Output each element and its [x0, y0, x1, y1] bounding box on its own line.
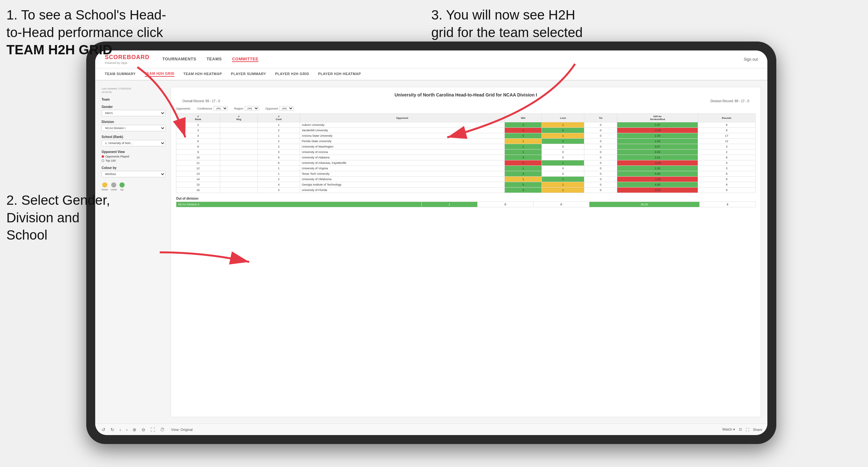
fullscreen-btn[interactable]: ⛶: [746, 428, 749, 432]
grid-title: University of North Carolina Head-to-Hea…: [176, 92, 755, 97]
nav-teams[interactable]: TEAMS: [206, 57, 222, 62]
tab-team-h2h-grid[interactable]: TEAM H2H GRID: [145, 71, 175, 77]
table-row: 163University of Florida310-6.429: [176, 187, 755, 193]
radio-dot-opponents: [101, 155, 104, 158]
opponent-filter: Opponent (All): [266, 106, 294, 111]
opponent-select[interactable]: (All): [279, 106, 293, 111]
out-of-division-label: Out of division: [176, 197, 755, 200]
ood-tie: 0: [533, 202, 589, 207]
gender-label: Gender: [101, 105, 165, 108]
grid-panel: University of North Carolina Head-to-Hea…: [170, 87, 761, 417]
color-legend: Down Level Up: [101, 182, 165, 191]
table-row: 82University of Washington1003.673: [176, 144, 755, 150]
present-btn[interactable]: ⊡: [739, 427, 742, 432]
colour-by-select[interactable]: Win/loss: [101, 171, 165, 177]
division-section: Division NCAA Division I: [101, 120, 165, 131]
ood-loss: 0: [477, 202, 533, 207]
ood-diff: 26.00: [589, 202, 699, 207]
team-label: Team: [101, 98, 165, 101]
toolbar-right: Watch ▾ ⊡ ⛶ Share: [722, 427, 762, 432]
nav-tournaments[interactable]: TOURNAMENTS: [162, 57, 196, 62]
next-btn[interactable]: ›: [125, 427, 129, 433]
grid-records: Overall Record: 89 - 17 - 0 Division Rec…: [176, 99, 755, 103]
radio-top100[interactable]: Top 100: [101, 159, 165, 162]
col-diff: Diff AvStrokes/Rnd: [617, 114, 698, 122]
step1-bold: TEAM H2H GRID: [6, 42, 112, 57]
table-row: 142University of Oklahoma120-1.009: [176, 177, 755, 182]
h2h-table: #Rank #Reg #Conf Opponent Win Loss Tie D…: [176, 114, 755, 193]
tab-player-h2h-heatmap[interactable]: PLAYER H2H HEATMAP: [318, 72, 361, 76]
app-container: SCOREBOARD Powered by clippi TOURNAMENTS…: [95, 51, 767, 435]
overall-record: Overall Record: 89 - 17 - 0: [182, 99, 220, 103]
table-row: 62Florida State University1201.8312: [176, 138, 755, 144]
tablet-screen: SCOREBOARD Powered by clippi TOURNAMENTS…: [95, 51, 767, 435]
top-nav: SCOREBOARD Powered by clippi TOURNAMENTS…: [95, 51, 767, 68]
ood-row: NCAA Division II 1 0 0 26.00 3: [176, 202, 755, 207]
radio-opponents-label: Opponents Played: [105, 155, 129, 158]
col-reg: #Reg: [220, 114, 257, 122]
tab-player-h2h-grid[interactable]: PLAYER H2H GRID: [275, 72, 309, 76]
tab-player-summary[interactable]: PLAYER SUMMARY: [231, 72, 266, 76]
tab-team-summary[interactable]: TEAM SUMMARY: [105, 72, 136, 76]
table-row: 21Auburn University2101.679: [176, 122, 755, 128]
radio-group: Opponents Played Top 100: [101, 155, 165, 162]
school-section: School (Rank) 1. University of Nort...: [101, 135, 165, 146]
clock-btn[interactable]: ⏱: [159, 427, 166, 433]
col-rounds: Rounds: [698, 114, 755, 122]
conference-select[interactable]: (All): [213, 106, 228, 111]
school-select[interactable]: 1. University of Nort...: [101, 140, 165, 146]
radio-opponents-played[interactable]: Opponents Played: [101, 155, 165, 158]
legend-down-circle: [102, 182, 107, 187]
ood-division: NCAA Division II: [176, 202, 422, 207]
ood-table: NCAA Division II 1 0 0 26.00 3: [176, 201, 755, 207]
school-label: School (Rank): [101, 135, 165, 138]
watch-btn[interactable]: Watch ▾: [722, 427, 735, 432]
table-row: 41Arizona State University5102.2917: [176, 133, 755, 138]
opponent-view-label: Opponent View: [101, 150, 165, 154]
logo-sub: Powered by clippi: [105, 61, 150, 64]
legend-level: Level: [111, 182, 117, 191]
table-row: 121University of Virginia1002.333: [176, 166, 755, 171]
radio-top100-label: Top 100: [105, 159, 116, 162]
team-section: Team: [101, 98, 165, 101]
fit-btn[interactable]: ⛶: [149, 427, 156, 433]
table-row: 32Vanderbilt University040-2.298: [176, 128, 755, 133]
col-conf: #Conf: [258, 114, 300, 122]
table-row: 154Georgia Institute of Technology5104.5…: [176, 182, 755, 187]
sub-nav: TEAM SUMMARY TEAM H2H GRID TEAM H2H HEAT…: [95, 68, 767, 81]
tab-team-h2h-heatmap[interactable]: TEAM H2H HEATMAP: [183, 72, 222, 76]
gender-section: Gender Men's: [101, 105, 165, 116]
legend-level-label: Level: [111, 188, 117, 191]
opponent-filter-label: Opponent: [266, 107, 278, 110]
prev-btn[interactable]: ‹: [118, 427, 122, 433]
redo-btn[interactable]: ↻: [109, 427, 116, 433]
undo-btn[interactable]: ↺: [100, 427, 107, 433]
division-record: Division Record: 88 - 17 - 0: [711, 99, 749, 103]
colour-by-section: Colour by Win/loss: [101, 166, 165, 177]
division-label: Division: [101, 120, 165, 124]
main-content: Last Updated: 27/03/2024 16:55:38 Team G…: [95, 81, 767, 424]
col-win: Win: [505, 114, 542, 122]
col-opponent: Opponent: [300, 114, 505, 122]
nav-items: TOURNAMENTS TEAMS COMMITTEE: [162, 57, 744, 62]
colour-by-label: Colour by: [101, 166, 165, 169]
col-loss: Loss: [542, 114, 584, 122]
opponent-view-section: Opponent View Opponents Played Top 100: [101, 150, 165, 162]
division-select[interactable]: NCAA Division I: [101, 125, 165, 131]
region-filter-label: Region: [234, 107, 243, 110]
legend-up-circle: [120, 182, 125, 187]
annotation-step1: 1. To see a School's Head- to-Head perfo…: [6, 6, 166, 59]
table-row: 116University of Arkansas, Fayetteville0…: [176, 160, 755, 166]
legend-up: Up: [120, 182, 125, 191]
last-updated: Last Updated: 27/03/2024 16:55:38: [101, 87, 165, 94]
bottom-toolbar: ↺ ↻ ‹ › ⊕ ⊖ ⛶ ⏱ View: Original Watch ▾ ⊡…: [95, 424, 767, 435]
gender-select[interactable]: Men's: [101, 110, 165, 116]
zoom-in-btn[interactable]: ⊕: [131, 427, 138, 433]
opponents-filter-label: Opponents:: [176, 107, 191, 110]
nav-committee[interactable]: COMMITTEE: [232, 57, 258, 62]
sign-out[interactable]: Sign out: [744, 57, 758, 62]
region-select[interactable]: (All): [245, 106, 259, 111]
zoom-out-btn[interactable]: ⊖: [140, 427, 147, 433]
share-btn[interactable]: Share: [753, 428, 762, 432]
annotation-step3: 3. You will now see H2H grid for the tea…: [431, 6, 583, 41]
